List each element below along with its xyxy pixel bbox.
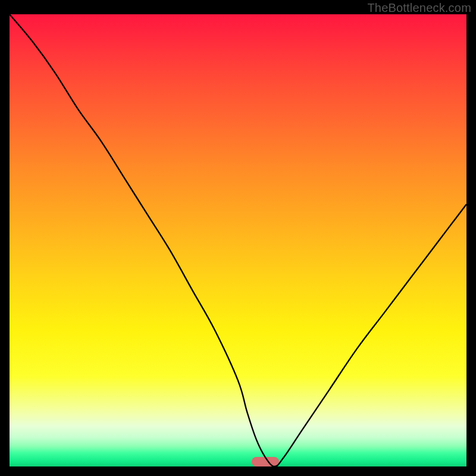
plot-area	[10, 14, 466, 466]
bottleneck-curve-path	[10, 14, 466, 466]
attribution-text: TheBottleneck.com	[367, 1, 471, 15]
bottleneck-curve	[10, 14, 466, 466]
chart-frame: TheBottleneck.com	[0, 0, 476, 476]
